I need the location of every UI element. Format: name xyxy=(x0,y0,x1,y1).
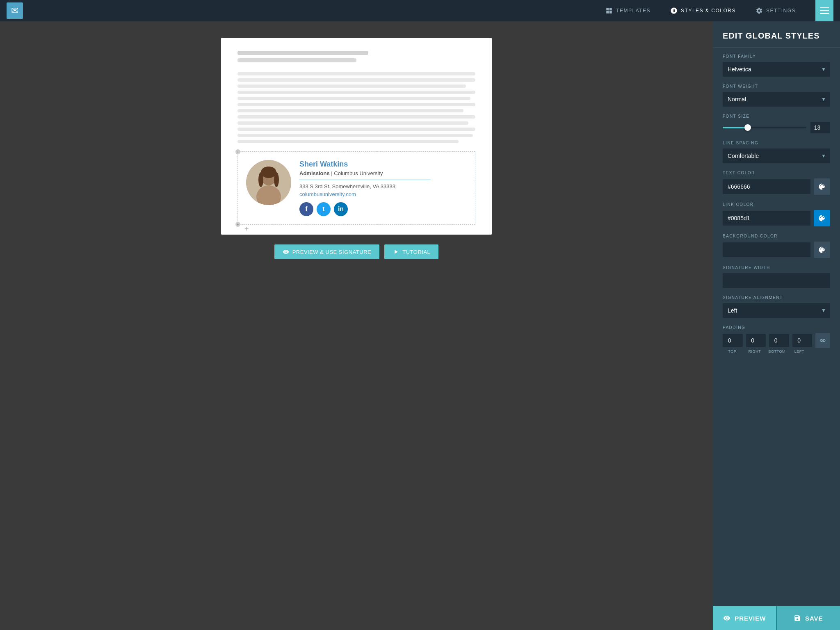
email-body-placeholder xyxy=(237,72,475,143)
font-size-thumb[interactable] xyxy=(744,124,751,131)
styles-colors-label: STYLES & COLORS xyxy=(681,8,736,14)
padding-top-input[interactable] xyxy=(723,334,743,347)
templates-icon xyxy=(605,7,613,14)
font-size-label: FONT SIZE xyxy=(723,114,830,119)
font-weight-group: FONT WEIGHT Normal Bold Light ▼ xyxy=(723,84,830,107)
signature-inner: Sheri Watkins Admissions | Columbus Univ… xyxy=(246,160,467,216)
body-line-1 xyxy=(237,72,475,75)
link-palette-icon xyxy=(818,215,826,222)
signature-alignment-select[interactable]: Left Center Right xyxy=(723,303,830,318)
bottom-actions: PREVIEW & USE SIGNATURE TUTORIAL xyxy=(274,244,439,259)
placeholder-line-2 xyxy=(237,58,356,62)
signature-alignment-label: SIGNATURE ALIGNMENT xyxy=(723,295,830,300)
body-line-2 xyxy=(237,78,475,82)
signature-block[interactable]: + + xyxy=(237,151,475,225)
padding-right-input[interactable] xyxy=(746,334,766,347)
svg-rect-3 xyxy=(609,11,612,14)
facebook-icon[interactable]: f xyxy=(299,202,313,216)
text-color-input[interactable] xyxy=(723,179,810,194)
link-color-label: LINK COLOR xyxy=(723,202,830,207)
signature-title: Admissions xyxy=(299,170,330,176)
background-color-picker-btn[interactable] xyxy=(814,242,830,258)
svg-point-7 xyxy=(261,167,276,178)
padding-left-input[interactable] xyxy=(792,334,813,347)
padding-bottom-label: BOTTOM xyxy=(767,349,787,354)
background-color-group: BACKGROUND COLOR xyxy=(723,234,830,258)
hamburger-icon xyxy=(820,7,829,14)
nav-styles-colors[interactable]: STYLES & COLORS xyxy=(667,5,739,16)
text-color-picker-btn[interactable] xyxy=(814,178,830,195)
signature-avatar xyxy=(246,160,291,205)
background-color-label: BACKGROUND COLOR xyxy=(723,234,830,238)
preview-footer-label: PREVIEW xyxy=(735,615,766,622)
line-spacing-select[interactable]: Comfortable Normal Compact xyxy=(723,148,830,163)
save-button[interactable]: SAVE xyxy=(776,606,840,630)
body-line-3 xyxy=(237,84,466,88)
app-logo: ✉ xyxy=(7,2,23,19)
font-family-select[interactable]: Helvetica Arial Georgia Times New Roman … xyxy=(723,62,830,77)
body-line-5 xyxy=(237,97,470,100)
signature-company: Columbus University xyxy=(334,170,383,176)
signature-address: 333 S 3rd St. Somewhereville, VA 33333 xyxy=(299,183,467,189)
svg-rect-0 xyxy=(606,8,609,10)
font-size-group: FONT SIZE xyxy=(723,114,830,133)
resize-handle-bl[interactable]: + xyxy=(235,222,240,227)
link-color-group: LINK COLOR xyxy=(723,202,830,226)
right-panel: EDIT GLOBAL STYLES FONT FAMILY Helvetica… xyxy=(713,21,840,630)
signature-alignment-select-wrapper: Left Center Right ▼ xyxy=(723,303,830,318)
styles-icon xyxy=(670,7,678,14)
font-size-input[interactable] xyxy=(810,122,830,133)
signature-divider xyxy=(299,180,431,180)
link-icon xyxy=(819,337,826,344)
signature-info: Sheri Watkins Admissions | Columbus Univ… xyxy=(299,160,467,216)
resize-handle-tl[interactable]: + xyxy=(235,149,240,154)
nav-settings[interactable]: SETTINGS xyxy=(752,5,799,16)
panel-footer: PREVIEW SAVE xyxy=(713,606,840,630)
svg-point-9 xyxy=(274,172,279,187)
placeholder-line-1 xyxy=(237,51,368,55)
font-family-group: FONT FAMILY Helvetica Arial Georgia Time… xyxy=(723,54,830,77)
preview-icon xyxy=(283,249,289,255)
signature-width-label: SIGNATURE WIDTH xyxy=(723,265,830,270)
hamburger-button[interactable] xyxy=(815,0,833,21)
padding-labels: TOP RIGHT BOTTOM LEFT xyxy=(723,349,830,354)
panel-title: EDIT GLOBAL STYLES xyxy=(713,21,840,48)
tutorial-button[interactable]: TUTORIAL xyxy=(384,244,438,259)
padding-bottom-input[interactable] xyxy=(769,334,789,347)
body-line-9 xyxy=(237,121,468,125)
preview-footer-icon xyxy=(723,614,730,622)
signature-width-input[interactable] xyxy=(723,273,830,288)
svg-rect-1 xyxy=(609,8,612,10)
nav-templates[interactable]: TEMPLATES xyxy=(602,5,654,16)
add-block-btn[interactable]: + xyxy=(244,225,249,233)
linkedin-icon[interactable]: in xyxy=(334,202,348,216)
settings-label: SETTINGS xyxy=(766,8,796,14)
padding-link-button[interactable] xyxy=(815,333,830,348)
link-color-input[interactable] xyxy=(723,211,810,226)
email-header-placeholder xyxy=(237,51,475,62)
settings-icon xyxy=(756,7,763,14)
topnav: ✉ TEMPLATES STYLES & COLORS SETTINGS xyxy=(0,0,840,21)
signature-website[interactable]: columbusuniversity.com xyxy=(299,191,467,197)
text-color-row xyxy=(723,178,830,195)
font-weight-label: FONT WEIGHT xyxy=(723,84,830,89)
signature-social: f t in xyxy=(299,202,467,216)
font-size-track[interactable] xyxy=(723,127,806,128)
font-family-select-wrapper: Helvetica Arial Georgia Times New Roman … xyxy=(723,62,830,77)
email-card: + + xyxy=(221,38,492,235)
preview-button[interactable]: PREVIEW xyxy=(713,606,776,630)
preview-area: + + xyxy=(0,21,713,630)
body-line-6 xyxy=(237,103,475,106)
preview-use-button[interactable]: PREVIEW & USE SIGNATURE xyxy=(274,244,380,259)
background-color-input[interactable] xyxy=(723,242,810,257)
twitter-icon[interactable]: t xyxy=(317,202,331,216)
link-color-picker-btn[interactable] xyxy=(814,210,830,226)
main-content: + + xyxy=(0,21,840,630)
preview-use-label: PREVIEW & USE SIGNATURE xyxy=(292,249,372,255)
signature-name: Sheri Watkins xyxy=(299,160,467,169)
background-color-row xyxy=(723,242,830,258)
tutorial-icon xyxy=(393,249,399,255)
font-weight-select[interactable]: Normal Bold Light xyxy=(723,92,830,107)
font-family-label: FONT FAMILY xyxy=(723,54,830,59)
save-icon xyxy=(794,614,801,622)
